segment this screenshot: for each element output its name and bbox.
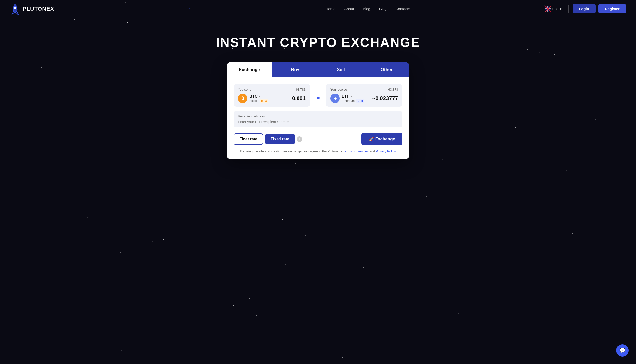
rate-buttons: Float rate Fixed rate i — [234, 134, 302, 145]
terms-and: and — [370, 150, 376, 153]
nav-contacts[interactable]: Contacts — [395, 7, 410, 11]
receive-coin-name-row: Ethereum ETH — [342, 99, 364, 102]
tabs-container: Exchange Buy Sell Other — [227, 62, 409, 77]
fixed-rate-button[interactable]: Fixed rate — [265, 134, 295, 144]
tab-buy[interactable]: Buy — [272, 62, 318, 77]
hero-title: INSTANT CRYPTO EXCHANGE — [216, 35, 420, 50]
receive-label: You receive — [330, 88, 347, 91]
terms-row: By using the site and creating an exchan… — [234, 150, 402, 153]
language-selector[interactable]: EN ▼ — [545, 6, 562, 12]
receive-header: You receive 63.37$ — [330, 88, 398, 91]
tab-exchange[interactable]: Exchange — [227, 62, 272, 77]
send-box: You send 63.78$ ₿ BTC ▼ — [234, 84, 310, 106]
send-coin-chevron: ▼ — [259, 95, 261, 98]
send-label: You send — [238, 88, 251, 91]
hero-section: INSTANT CRYPTO EXCHANGE Exchange Buy Sel… — [0, 18, 636, 174]
receive-amount: ~0.023777 — [372, 95, 398, 102]
terms-link[interactable]: Terms of Services — [343, 150, 369, 153]
rate-row: Float rate Fixed rate i 🚀 Exchange — [234, 133, 402, 145]
btc-icon: ₿ — [238, 94, 247, 103]
recipient-section: Recepient address — [234, 111, 402, 128]
tab-sell[interactable]: Sell — [318, 62, 364, 77]
send-usd: 63.78$ — [296, 88, 306, 91]
nav-dot-container — [189, 8, 190, 9]
send-coin-tag: BTC — [260, 99, 268, 102]
receive-coin-selector[interactable]: ◆ ETH ▼ Ethereum ETH — [330, 94, 364, 103]
nav-about[interactable]: About — [344, 7, 354, 11]
receive-coin-symbol: ETH ▼ — [342, 94, 364, 99]
receive-coin-info: ETH ▼ Ethereum ETH — [342, 94, 364, 102]
card-body: You send 63.78$ ₿ BTC ▼ — [227, 77, 409, 159]
language-chevron: ▼ — [559, 7, 562, 11]
exchange-row: You send 63.78$ ₿ BTC ▼ — [234, 84, 402, 106]
nav-home[interactable]: Home — [325, 7, 335, 11]
send-header: You send 63.78$ — [238, 88, 306, 91]
float-rate-button[interactable]: Float rate — [234, 134, 263, 145]
tab-other[interactable]: Other — [364, 62, 409, 77]
rate-info-icon[interactable]: i — [297, 136, 302, 142]
send-amount[interactable]: 0.001 — [292, 95, 306, 102]
nav-dot — [189, 8, 190, 9]
register-button[interactable]: Register — [598, 4, 626, 13]
nav-right: EN ▼ Login Register — [545, 4, 626, 13]
login-button[interactable]: Login — [572, 4, 595, 13]
send-coin-selector[interactable]: ₿ BTC ▼ Bitcoin BTC — [238, 94, 268, 103]
send-coin-info: BTC ▼ Bitcoin BTC — [249, 94, 268, 102]
chat-bubble[interactable]: 💬 — [616, 344, 628, 356]
brand-name: PLUTONEX — [23, 6, 54, 12]
receive-coin-chevron: ▼ — [351, 95, 353, 98]
recipient-input[interactable] — [238, 120, 398, 124]
logo-icon — [10, 2, 20, 15]
receive-coin-row: ◆ ETH ▼ Ethereum ETH — [330, 94, 398, 103]
swap-icon: ⇄ — [317, 96, 320, 100]
exchange-button[interactable]: 🚀 Exchange — [361, 133, 402, 145]
eth-icon: ◆ — [330, 94, 340, 103]
receive-box: You receive 63.37$ ◆ ETH ▼ — [326, 84, 402, 106]
nav-links: Home About Blog FAQ Contacts — [325, 7, 410, 11]
language-label: EN — [552, 7, 557, 11]
recipient-label: Recepient address — [238, 114, 398, 118]
exchange-card: Exchange Buy Sell Other You send 63.78$ — [227, 62, 409, 159]
swap-arrow[interactable]: ⇄ — [314, 89, 322, 106]
nav-faq[interactable]: FAQ — [379, 7, 387, 11]
navbar: PLUTONEX Home About Blog FAQ Contacts EN — [0, 0, 636, 18]
privacy-link[interactable]: Privacy Policy — [376, 150, 396, 153]
receive-usd: 63.37$ — [388, 88, 398, 91]
receive-coin-name: Ethereum — [342, 99, 354, 102]
nav-divider — [568, 5, 569, 12]
nav-blog[interactable]: Blog — [363, 7, 370, 11]
send-coin-row: ₿ BTC ▼ Bitcoin BTC — [238, 94, 306, 103]
flag-uk-icon — [545, 6, 551, 12]
send-coin-symbol: BTC ▼ — [249, 94, 268, 99]
receive-coin-tag: ETH — [356, 99, 364, 102]
send-coin-name: Bitcoin — [249, 99, 258, 102]
logo-link[interactable]: PLUTONEX — [10, 2, 54, 15]
send-coin-name-row: Bitcoin BTC — [249, 99, 268, 102]
chat-icon: 💬 — [619, 348, 626, 354]
svg-point-1 — [14, 7, 16, 9]
terms-text: By using the site and creating an exchan… — [240, 150, 343, 153]
